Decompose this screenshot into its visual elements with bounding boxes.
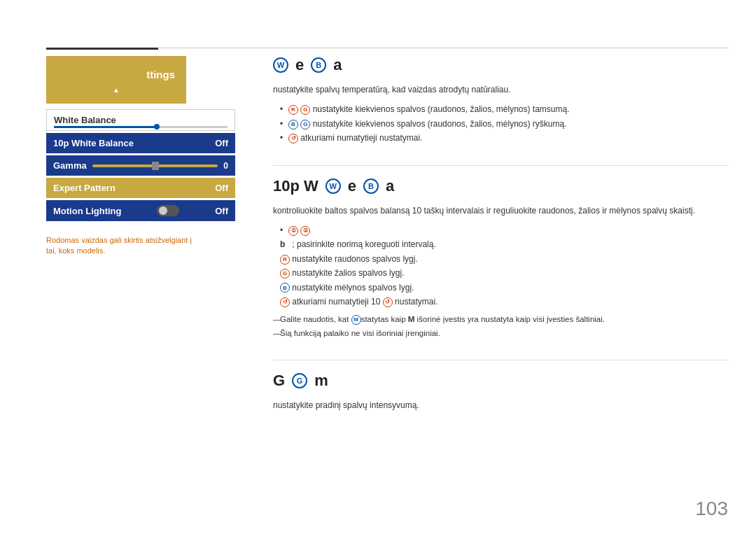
- wb-title-text2: a: [333, 56, 342, 74]
- 10p-wb-bullet-interval: ① ②: [280, 223, 728, 237]
- sub-blue-icon: B: [280, 283, 290, 293]
- motion-lighting-toggle[interactable]: [157, 205, 179, 216]
- divider-1: [273, 165, 728, 166]
- 10p-wb-value: Off: [215, 138, 228, 148]
- sidebar: ttings ▲ White Balance 10p White Balance…: [46, 56, 235, 257]
- divider-2: [273, 360, 728, 360]
- interval-icon2: ②: [300, 226, 310, 236]
- motion-lighting-value: Off: [215, 206, 228, 216]
- note-bold: M: [408, 315, 415, 323]
- wb-blue-icon2: G: [300, 120, 310, 129]
- 10p-wb-description: kontroliuokite baltos spalvos balansą 10…: [273, 204, 728, 218]
- 10p-wb-title-a: a: [386, 177, 394, 195]
- wb-section-title: W e B a: [273, 56, 728, 74]
- page-number: 103: [695, 498, 728, 520]
- sidebar-item-10p-white-balance[interactable]: 10p White Balance Off: [46, 133, 235, 153]
- note-icon: M: [351, 315, 361, 325]
- wb-bullet-1: R G nustatykite kiekvienos spalvos (raud…: [280, 102, 728, 116]
- note-2: Šią funkciją palaiko ne visi išoriniai į…: [273, 327, 728, 341]
- 10p-wb-title-e: e: [348, 177, 356, 195]
- 10p-wb-icon-w: W: [326, 178, 341, 194]
- note-1: Galite naudotis, kat Mstatytas kaip M iš…: [273, 313, 728, 327]
- sub-reset-icon: ↺: [280, 297, 290, 307]
- sidebar-arrow-icon: ▲: [46, 86, 186, 97]
- sub-reset-icon2: ↺: [383, 297, 393, 307]
- wb-blue-icon: B: [288, 120, 298, 129]
- 10p-wb-section-title: 10p W W e B a: [273, 177, 728, 195]
- gamma-description: nustatykite pradinį spalvų intensyvumą.: [273, 398, 728, 412]
- wb-bullet-2: B G nustatykite kiekvienos spalvos (raud…: [280, 117, 728, 131]
- wb-red-icon: R: [288, 105, 298, 115]
- wb-title-text: e: [295, 56, 304, 74]
- wb-icon-w: W: [273, 57, 288, 73]
- sidebar-note: Rodomas vaizdas gali skirtis atsižvelgia…: [46, 235, 200, 257]
- interval-bold: b: [280, 239, 285, 249]
- gamma-title-text: G: [273, 372, 285, 390]
- expert-pattern-value: Off: [215, 183, 228, 193]
- sub-green-icon: G: [280, 269, 290, 279]
- 10p-wb-icon-b: B: [363, 178, 379, 194]
- white-balance-label: White Balance: [54, 115, 116, 125]
- wb-slider-thumb[interactable]: [154, 124, 160, 129]
- wb-description: nustatykite spalvų temperatūrą, kad vaiz…: [273, 83, 728, 97]
- wb-bullet-list: R G nustatykite kiekvienos spalvos (raud…: [273, 102, 728, 145]
- gamma-slider-track[interactable]: [92, 164, 218, 167]
- motion-lighting-label: Motion Lighting: [53, 206, 121, 216]
- sidebar-title: ttings: [46, 63, 186, 86]
- sidebar-item-white-balance[interactable]: White Balance: [46, 109, 235, 131]
- sub-red-icon: R: [280, 255, 290, 265]
- wb-green-icon: G: [300, 105, 310, 115]
- interval-icon: ①: [288, 226, 298, 236]
- wb-slider-fill: [54, 126, 157, 128]
- interval-desc: b ; pasirinkite norimą koreguoti interva…: [280, 237, 728, 251]
- wb-bullet-3: ↺ atkuriami numatytieji nustatymai.: [280, 131, 728, 145]
- wb-reset-icon: ↺: [288, 134, 298, 143]
- gamma-section-title: G G m: [273, 372, 728, 390]
- top-accent-line: [46, 48, 158, 50]
- gamma-section: G G m nustatykite pradinį spalvų intensy…: [273, 372, 728, 412]
- 10p-wb-title-text: 10p W: [273, 177, 318, 195]
- 10p-wb-bullet-list: ① ②: [273, 223, 728, 237]
- expert-pattern-label: Expert Pattern: [53, 183, 115, 193]
- blue-level-desc: B nustatykite mėlynos spalvos lygį.: [280, 281, 728, 295]
- gamma-title-text2: m: [314, 372, 328, 390]
- red-level-desc: R nustatykite raudonos spalvos lygį.: [280, 252, 728, 266]
- 10p-wb-label: 10p White Balance: [53, 138, 134, 148]
- wb-icon-b: B: [311, 57, 326, 73]
- sidebar-item-gamma[interactable]: Gamma 0: [46, 155, 235, 176]
- sidebar-item-expert-pattern[interactable]: Expert Pattern Off: [46, 178, 235, 198]
- green-level-desc: G nustatykite žalios spalvos lygį.: [280, 266, 728, 280]
- 10p-wb-section: 10p W W e B a kontroliuokite baltos spal…: [273, 177, 728, 341]
- gamma-icon: G: [292, 373, 307, 388]
- gamma-label: Gamma: [53, 160, 87, 171]
- sidebar-menu: ttings ▲: [46, 56, 186, 104]
- gamma-slider-thumb[interactable]: [152, 162, 159, 170]
- reset-10p-desc: ↺ atkuriami numatytieji 10 ↺ nustatymai.: [280, 295, 728, 309]
- toggle-dot-icon: [159, 206, 167, 215]
- 10p-sub-section: b ; pasirinkite norimą koreguoti interva…: [280, 237, 728, 309]
- white-balance-section: W e B a nustatykite spalvų temperatūrą, …: [273, 56, 728, 146]
- sidebar-item-motion-lighting[interactable]: Motion Lighting Off: [46, 200, 235, 221]
- main-content: W e B a nustatykite spalvų temperatūrą, …: [273, 56, 728, 433]
- gamma-value: 0: [223, 161, 228, 171]
